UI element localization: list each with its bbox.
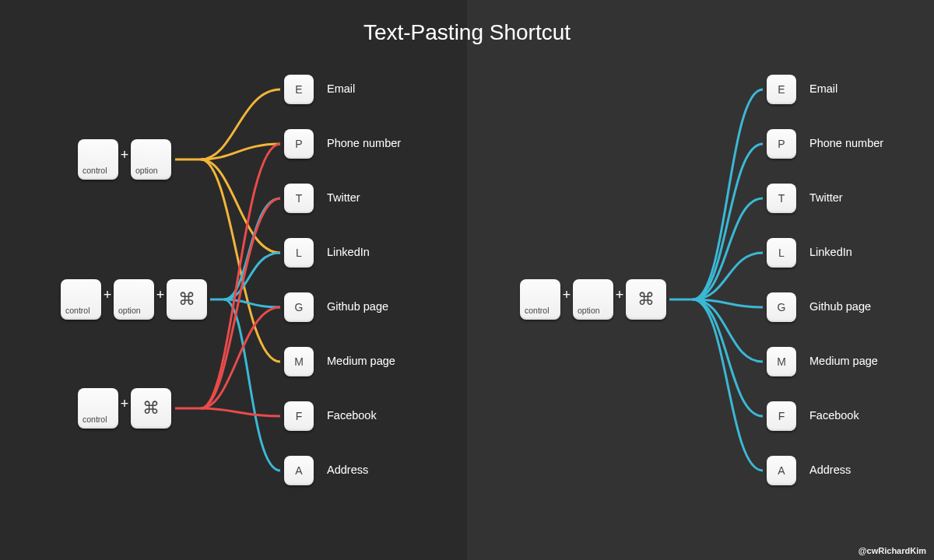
key-letter-f: F [284, 401, 314, 431]
letter: M [294, 355, 304, 368]
target-label-medium: Medium page [809, 355, 878, 367]
target-label-facebook: Facebook [327, 409, 377, 422]
target-label-email: Email [809, 82, 837, 95]
credit-handle: @cwRichardKim [859, 546, 926, 555]
letter: E [778, 83, 785, 96]
key-label: control [525, 306, 550, 315]
letter: T [778, 192, 785, 205]
target-label-twitter: Twitter [809, 191, 843, 204]
target-label-phone: Phone number [327, 137, 401, 149]
key-label: option [578, 306, 600, 315]
letter: L [778, 247, 785, 259]
letter: A [295, 464, 302, 477]
key-letter-p: P [284, 129, 314, 159]
target-label-email: Email [327, 82, 355, 95]
key-letter-g: G [284, 292, 314, 322]
letter: A [778, 464, 785, 477]
key-label: control [83, 415, 107, 424]
key-letter-t: T [767, 184, 796, 213]
plus-icon: + [563, 287, 571, 303]
target-label-linkedin: LinkedIn [327, 246, 370, 258]
key-control: control [78, 388, 118, 429]
cmd-icon: ⌘ [637, 289, 655, 310]
key-letter-t: T [284, 184, 314, 213]
key-cmd: ⌘ [626, 279, 666, 320]
target-label-address: Address [809, 464, 851, 476]
letter: M [777, 355, 786, 368]
key-label: option [135, 166, 158, 175]
letter: G [295, 301, 304, 313]
key-cmd: ⌘ [131, 388, 171, 429]
letter: E [295, 83, 302, 96]
key-label: option [118, 306, 141, 315]
key-letter-p: P [767, 129, 796, 159]
key-letter-a: A [284, 456, 314, 485]
key-letter-l: L [767, 238, 796, 268]
plus-icon: + [616, 287, 624, 303]
cmd-icon: ⌘ [142, 398, 160, 418]
key-label: control [65, 306, 90, 315]
key-cmd: ⌘ [167, 279, 207, 320]
key-option: option [573, 279, 613, 320]
key-control: control [61, 279, 101, 320]
key-option: option [131, 139, 171, 180]
letter: F [296, 410, 303, 422]
plus-icon: + [121, 396, 129, 412]
key-label: control [83, 166, 107, 175]
target-label-facebook: Facebook [809, 409, 859, 422]
key-letter-m: M [767, 347, 796, 376]
page-title: Text-Pasting Shortcut [0, 20, 934, 45]
key-letter-m: M [284, 347, 314, 376]
key-control: control [78, 139, 118, 180]
letter: T [296, 192, 303, 205]
key-control: control [520, 279, 560, 320]
letter: P [778, 138, 785, 150]
plus-icon: + [121, 147, 129, 163]
target-label-medium: Medium page [327, 355, 395, 367]
key-option: option [114, 279, 154, 320]
letter: F [778, 410, 785, 422]
letter: P [295, 138, 302, 150]
target-label-phone: Phone number [809, 137, 883, 149]
target-label-address: Address [327, 464, 368, 476]
target-label-twitter: Twitter [327, 191, 360, 204]
target-label-github: Github page [327, 300, 388, 313]
key-letter-e: E [284, 75, 314, 104]
plus-icon: + [104, 287, 112, 303]
letter: L [296, 247, 302, 259]
key-letter-e: E [767, 75, 796, 104]
key-letter-l: L [284, 238, 314, 268]
cmd-icon: ⌘ [178, 289, 195, 310]
key-letter-f: F [767, 401, 796, 431]
key-letter-g: G [767, 292, 796, 322]
target-label-linkedin: LinkedIn [809, 246, 852, 258]
letter: G [778, 301, 786, 313]
target-label-github: Github page [809, 300, 871, 313]
plus-icon: + [156, 287, 165, 303]
key-letter-a: A [767, 456, 796, 485]
